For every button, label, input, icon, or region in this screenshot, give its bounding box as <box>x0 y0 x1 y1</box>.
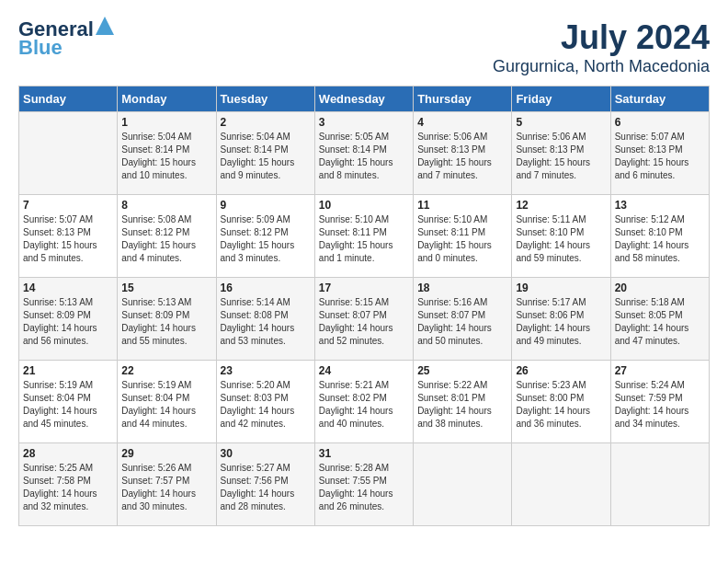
calendar-cell: 25Sunrise: 5:22 AM Sunset: 8:01 PM Dayli… <box>414 361 512 443</box>
calendar-cell: 17Sunrise: 5:15 AM Sunset: 8:07 PM Dayli… <box>314 278 413 361</box>
day-number: 2 <box>221 116 311 129</box>
day-number: 17 <box>319 282 409 294</box>
calendar-cell <box>610 443 709 526</box>
day-info: Sunrise: 5:11 AM Sunset: 8:10 PM Dayligh… <box>516 213 606 265</box>
day-number: 25 <box>417 364 507 377</box>
day-info: Sunrise: 5:19 AM Sunset: 8:04 PM Dayligh… <box>23 379 113 431</box>
logo-arrow-icon <box>96 17 114 35</box>
day-info: Sunrise: 5:13 AM Sunset: 8:09 PM Dayligh… <box>121 296 211 348</box>
calendar-week-row: 14Sunrise: 5:13 AM Sunset: 8:09 PM Dayli… <box>19 278 710 361</box>
calendar-cell: 30Sunrise: 5:27 AM Sunset: 7:56 PM Dayli… <box>216 443 314 526</box>
day-info: Sunrise: 5:07 AM Sunset: 8:13 PM Dayligh… <box>615 131 705 182</box>
day-info: Sunrise: 5:19 AM Sunset: 8:04 PM Dayligh… <box>121 379 211 431</box>
logo-blue: Blue <box>18 37 63 59</box>
day-number: 6 <box>615 116 705 129</box>
day-number: 24 <box>319 364 409 377</box>
calendar-cell: 5Sunrise: 5:06 AM Sunset: 8:13 PM Daylig… <box>512 112 610 195</box>
day-number: 3 <box>319 116 409 129</box>
calendar-cell: 12Sunrise: 5:11 AM Sunset: 8:10 PM Dayli… <box>512 195 610 278</box>
calendar-cell <box>414 443 512 526</box>
day-info: Sunrise: 5:25 AM Sunset: 7:58 PM Dayligh… <box>23 462 113 513</box>
header-friday: Friday <box>512 86 610 112</box>
day-number: 8 <box>121 199 211 212</box>
header-wednesday: Wednesday <box>314 86 413 112</box>
day-info: Sunrise: 5:14 AM Sunset: 8:08 PM Dayligh… <box>221 296 311 348</box>
calendar-cell <box>19 112 118 195</box>
day-info: Sunrise: 5:09 AM Sunset: 8:12 PM Dayligh… <box>221 213 311 265</box>
day-info: Sunrise: 5:05 AM Sunset: 8:14 PM Dayligh… <box>319 131 409 182</box>
calendar-cell: 9Sunrise: 5:09 AM Sunset: 8:12 PM Daylig… <box>216 195 314 278</box>
day-number: 10 <box>319 199 409 212</box>
calendar-cell: 6Sunrise: 5:07 AM Sunset: 8:13 PM Daylig… <box>610 112 709 195</box>
header-sunday: Sunday <box>19 86 118 112</box>
day-info: Sunrise: 5:17 AM Sunset: 8:06 PM Dayligh… <box>516 296 606 348</box>
day-number: 13 <box>615 199 705 212</box>
calendar-cell: 21Sunrise: 5:19 AM Sunset: 8:04 PM Dayli… <box>19 361 118 443</box>
day-number: 23 <box>221 364 311 377</box>
day-info: Sunrise: 5:20 AM Sunset: 8:03 PM Dayligh… <box>221 379 311 431</box>
calendar-cell: 7Sunrise: 5:07 AM Sunset: 8:13 PM Daylig… <box>19 195 118 278</box>
calendar-cell: 16Sunrise: 5:14 AM Sunset: 8:08 PM Dayli… <box>216 278 314 361</box>
calendar-cell: 8Sunrise: 5:08 AM Sunset: 8:12 PM Daylig… <box>118 195 216 278</box>
calendar-cell: 3Sunrise: 5:05 AM Sunset: 8:14 PM Daylig… <box>314 112 413 195</box>
day-info: Sunrise: 5:18 AM Sunset: 8:05 PM Dayligh… <box>615 296 705 348</box>
day-number: 29 <box>121 447 211 460</box>
header-thursday: Thursday <box>414 86 512 112</box>
day-number: 14 <box>23 282 113 294</box>
calendar-table: SundayMondayTuesdayWednesdayThursdayFrid… <box>18 86 710 526</box>
day-number: 16 <box>221 282 311 294</box>
calendar-cell: 27Sunrise: 5:24 AM Sunset: 7:59 PM Dayli… <box>610 361 709 443</box>
page-header: General Blue July 2024 Gurgurnica, North… <box>18 18 710 76</box>
calendar-cell <box>512 443 610 526</box>
calendar-cell: 1Sunrise: 5:04 AM Sunset: 8:14 PM Daylig… <box>118 112 216 195</box>
calendar-cell: 18Sunrise: 5:16 AM Sunset: 8:07 PM Dayli… <box>414 278 512 361</box>
calendar-header-row: SundayMondayTuesdayWednesdayThursdayFrid… <box>19 86 710 112</box>
day-info: Sunrise: 5:04 AM Sunset: 8:14 PM Dayligh… <box>221 131 311 182</box>
day-info: Sunrise: 5:13 AM Sunset: 8:09 PM Dayligh… <box>23 296 113 348</box>
day-info: Sunrise: 5:08 AM Sunset: 8:12 PM Dayligh… <box>121 213 211 265</box>
header-saturday: Saturday <box>610 86 709 112</box>
day-info: Sunrise: 5:10 AM Sunset: 8:11 PM Dayligh… <box>319 213 409 265</box>
calendar-cell: 29Sunrise: 5:26 AM Sunset: 7:57 PM Dayli… <box>118 443 216 526</box>
day-number: 7 <box>23 199 113 212</box>
day-number: 4 <box>417 116 507 129</box>
calendar-cell: 23Sunrise: 5:20 AM Sunset: 8:03 PM Dayli… <box>216 361 314 443</box>
header-tuesday: Tuesday <box>216 86 314 112</box>
day-number: 15 <box>121 282 211 294</box>
calendar-cell: 20Sunrise: 5:18 AM Sunset: 8:05 PM Dayli… <box>610 278 709 361</box>
calendar-week-row: 21Sunrise: 5:19 AM Sunset: 8:04 PM Dayli… <box>19 361 710 443</box>
day-info: Sunrise: 5:15 AM Sunset: 8:07 PM Dayligh… <box>319 296 409 348</box>
calendar-cell: 4Sunrise: 5:06 AM Sunset: 8:13 PM Daylig… <box>414 112 512 195</box>
day-number: 21 <box>23 364 113 377</box>
day-number: 5 <box>516 116 606 129</box>
calendar-cell: 11Sunrise: 5:10 AM Sunset: 8:11 PM Dayli… <box>414 195 512 278</box>
day-info: Sunrise: 5:06 AM Sunset: 8:13 PM Dayligh… <box>417 131 507 182</box>
day-number: 22 <box>121 364 211 377</box>
day-number: 28 <box>23 447 113 460</box>
day-info: Sunrise: 5:06 AM Sunset: 8:13 PM Dayligh… <box>516 131 606 182</box>
day-info: Sunrise: 5:10 AM Sunset: 8:11 PM Dayligh… <box>417 213 507 265</box>
day-number: 9 <box>221 199 311 212</box>
calendar-week-row: 1Sunrise: 5:04 AM Sunset: 8:14 PM Daylig… <box>19 112 710 195</box>
day-number: 20 <box>615 282 705 294</box>
calendar-week-row: 7Sunrise: 5:07 AM Sunset: 8:13 PM Daylig… <box>19 195 710 278</box>
day-number: 11 <box>417 199 507 212</box>
calendar-cell: 15Sunrise: 5:13 AM Sunset: 8:09 PM Dayli… <box>118 278 216 361</box>
calendar-cell: 10Sunrise: 5:10 AM Sunset: 8:11 PM Dayli… <box>314 195 413 278</box>
day-info: Sunrise: 5:27 AM Sunset: 7:56 PM Dayligh… <box>221 462 311 513</box>
title-block: July 2024 Gurgurnica, North Macedonia <box>493 18 710 76</box>
header-monday: Monday <box>118 86 216 112</box>
day-info: Sunrise: 5:24 AM Sunset: 7:59 PM Dayligh… <box>615 379 705 431</box>
calendar-cell: 14Sunrise: 5:13 AM Sunset: 8:09 PM Dayli… <box>19 278 118 361</box>
calendar-cell: 31Sunrise: 5:28 AM Sunset: 7:55 PM Dayli… <box>314 443 413 526</box>
logo: General Blue <box>18 18 114 59</box>
day-number: 18 <box>417 282 507 294</box>
day-info: Sunrise: 5:16 AM Sunset: 8:07 PM Dayligh… <box>417 296 507 348</box>
calendar-cell: 26Sunrise: 5:23 AM Sunset: 8:00 PM Dayli… <box>512 361 610 443</box>
calendar-cell: 13Sunrise: 5:12 AM Sunset: 8:10 PM Dayli… <box>610 195 709 278</box>
day-number: 12 <box>516 199 606 212</box>
svg-marker-0 <box>96 17 114 35</box>
day-number: 27 <box>615 364 705 377</box>
day-number: 19 <box>516 282 606 294</box>
day-info: Sunrise: 5:12 AM Sunset: 8:10 PM Dayligh… <box>615 213 705 265</box>
